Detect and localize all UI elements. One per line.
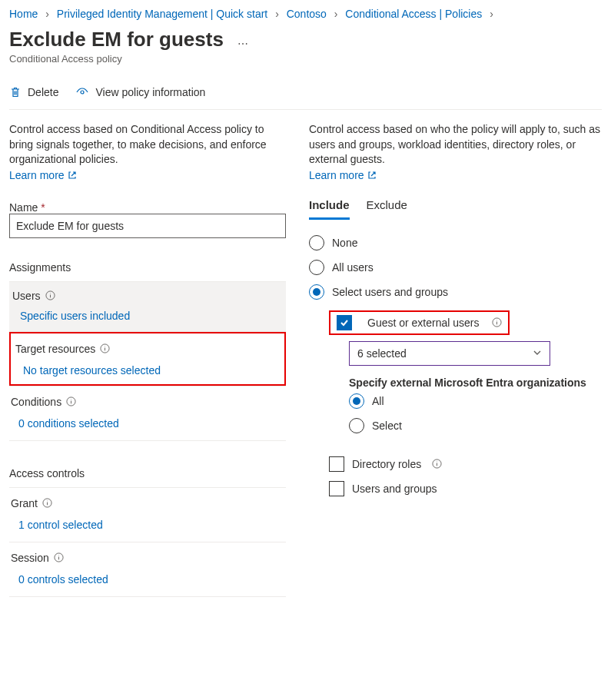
name-input[interactable] [9,214,286,238]
info-icon[interactable] [54,552,64,562]
external-link-icon [367,171,377,180]
toolbar: Delete View policy information [9,81,602,110]
checkbox-directory-roles[interactable]: Directory roles [329,452,602,476]
left-description: Control access based on Conditional Acce… [9,122,286,168]
users-status-link[interactable]: Specific users included [9,310,286,331]
chevron-down-icon [533,347,542,360]
info-icon[interactable] [100,343,110,353]
trash-icon [9,86,22,98]
view-policy-button[interactable]: View policy information [75,86,205,98]
chevron-right-icon: › [334,8,338,20]
guest-types-dropdown[interactable]: 6 selected [349,341,550,366]
chevron-right-icon: › [490,8,493,20]
radio-all-label: All users [332,261,374,274]
radio-none-label: None [332,237,357,249]
info-icon[interactable] [45,290,55,300]
left-column: Control access based on Conditional Acce… [9,122,286,597]
page-subtitle: Conditional Access policy [9,53,602,65]
breadcrumb: Home › Privileged Identity Management | … [9,8,602,20]
include-exclude-tabs: Include Exclude [309,198,602,220]
learn-more-left[interactable]: Learn more [9,169,77,181]
conditions-block[interactable]: Conditions 0 conditions selected [9,386,286,441]
chevron-right-icon: › [275,8,279,20]
users-title: Users [12,290,41,302]
crumb-ca-policies[interactable]: Conditional Access | Policies [345,8,482,20]
eye-icon [75,86,89,98]
learn-more-label: Learn more [9,169,65,181]
grant-block[interactable]: Grant 1 control selected [9,488,286,542]
right-description: Control access based on who the policy w… [309,122,602,168]
grant-link[interactable]: 1 control selected [9,519,286,531]
radio-org-all-label: All [372,395,384,407]
guest-external-highlight: Guest or external users [329,310,510,335]
target-resources-title: Target resources [15,343,95,355]
target-resources-link[interactable]: No target resources selected [14,364,281,377]
radio-org-all[interactable]: All [349,389,602,413]
external-orgs-header: Specify external Microsoft Entra organiz… [349,377,602,389]
info-icon[interactable] [42,498,52,508]
tab-exclude[interactable]: Exclude [367,198,407,220]
access-controls-header: Access controls [9,467,286,488]
learn-more-right[interactable]: Learn more [309,169,377,181]
conditions-link[interactable]: 0 conditions selected [9,417,286,430]
checkbox-users-groups[interactable]: Users and groups [329,476,602,501]
crumb-pim[interactable]: Privileged Identity Management | Quick s… [57,8,267,20]
radio-all-users[interactable]: All users [309,255,602,280]
conditions-title: Conditions [11,396,61,408]
dropdown-value: 6 selected [357,347,407,360]
delete-label: Delete [28,86,58,98]
delete-button[interactable]: Delete [9,86,58,98]
external-link-icon [68,171,77,180]
crumb-home[interactable]: Home [9,8,38,20]
learn-more-label: Learn more [309,169,364,181]
radio-select-users[interactable]: Select users and groups [309,280,602,304]
radio-org-select-label: Select [372,420,402,432]
crumb-contoso[interactable]: Contoso [287,8,327,20]
radio-select-label: Select users and groups [332,286,448,298]
chevron-right-icon: › [45,8,49,20]
info-icon[interactable] [432,459,442,469]
page-title: Exclude EM for guests [9,28,224,51]
radio-none[interactable]: None [309,231,602,255]
users-block[interactable]: Users Specific users included [9,282,286,332]
tab-include[interactable]: Include [309,198,350,220]
more-menu-button[interactable]: ⋯ [237,38,250,50]
info-icon[interactable] [66,396,76,406]
session-block[interactable]: Session 0 controls selected [9,542,286,597]
svg-point-0 [81,91,84,94]
users-groups-label: Users and groups [352,483,437,495]
view-policy-label: View policy information [95,86,205,98]
right-column: Control access based on who the policy w… [309,122,602,597]
session-title: Session [11,552,49,564]
guest-external-label: Guest or external users [367,317,480,329]
session-link[interactable]: 0 controls selected [9,573,286,586]
name-label: Name * [9,201,286,214]
radio-org-select[interactable]: Select [349,413,602,438]
assignments-header: Assignments [9,261,286,282]
info-icon[interactable] [492,317,502,327]
grant-title: Grant [11,497,38,509]
checkbox-guest-external[interactable]: Guest or external users [337,315,502,330]
directory-roles-label: Directory roles [352,458,421,470]
